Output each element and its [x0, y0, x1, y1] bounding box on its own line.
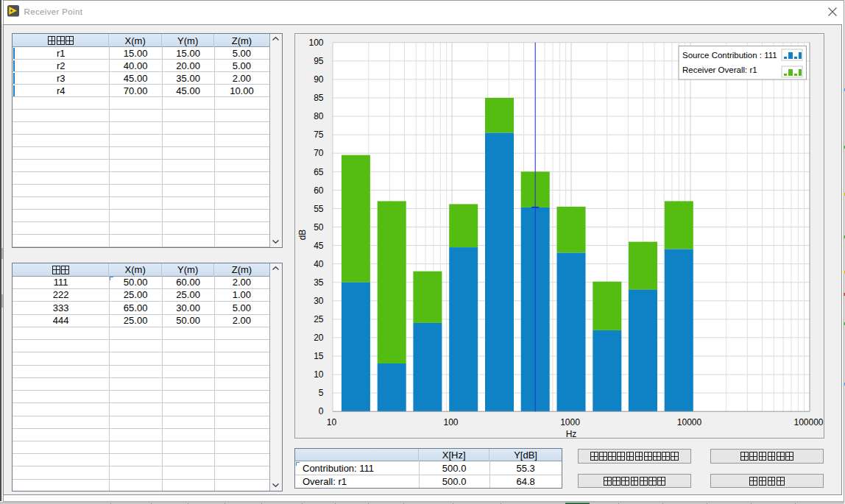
svg-text:75: 75 [314, 129, 324, 140]
svg-text:95: 95 [314, 56, 324, 66]
svg-text:90: 90 [314, 74, 324, 85]
svg-text:60: 60 [314, 185, 324, 196]
svg-text:dB: dB [297, 230, 308, 241]
svg-text:Source Contribution : 111: Source Contribution : 111 [682, 51, 777, 60]
svg-text:10: 10 [314, 369, 324, 380]
svg-text:5: 5 [319, 388, 324, 398]
svg-text:50: 50 [314, 222, 324, 233]
svg-text:15: 15 [314, 351, 324, 361]
svg-text:70: 70 [314, 148, 324, 158]
svg-text:100000: 100000 [793, 417, 823, 427]
svg-text:80: 80 [314, 111, 324, 121]
svg-text:10: 10 [327, 417, 337, 427]
svg-text:85: 85 [314, 93, 324, 103]
svg-text:20: 20 [314, 333, 324, 343]
svg-text:55: 55 [314, 204, 324, 214]
svg-text:45: 45 [314, 241, 324, 251]
svg-text:30: 30 [314, 296, 324, 306]
svg-text:Receiver Overall: r1: Receiver Overall: r1 [682, 65, 757, 74]
svg-text:0: 0 [319, 406, 324, 416]
svg-text:100: 100 [443, 417, 458, 427]
svg-text:10000: 10000 [677, 417, 702, 427]
svg-text:65: 65 [314, 167, 324, 177]
svg-text:100: 100 [308, 38, 323, 48]
svg-text:40: 40 [314, 259, 324, 269]
svg-text:Hz: Hz [566, 429, 577, 439]
svg-text:25: 25 [314, 314, 324, 324]
svg-text:1000: 1000 [560, 417, 580, 427]
svg-text:35: 35 [314, 277, 324, 288]
